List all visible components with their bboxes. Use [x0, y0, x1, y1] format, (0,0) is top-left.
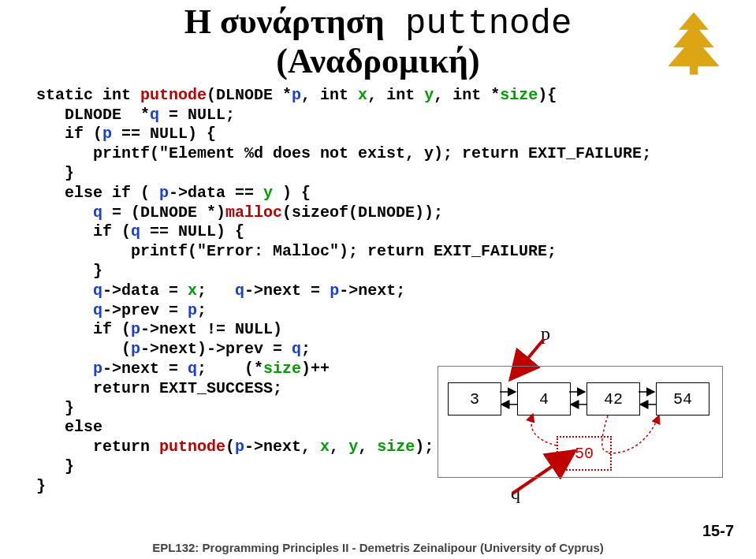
page-number: 15-7: [702, 522, 734, 540]
linked-list-diagram: 3 4 42 54 50: [438, 366, 723, 478]
footer-text: EPL132: Programming Principles II - Deme…: [0, 541, 756, 554]
svg-rect-0: [690, 65, 698, 75]
tree-logo-icon: [660, 9, 728, 77]
slide-title: Η συνάρτηση puttnode (Αναδρομική): [0, 3, 756, 81]
list-arrows-icon: [438, 367, 722, 477]
